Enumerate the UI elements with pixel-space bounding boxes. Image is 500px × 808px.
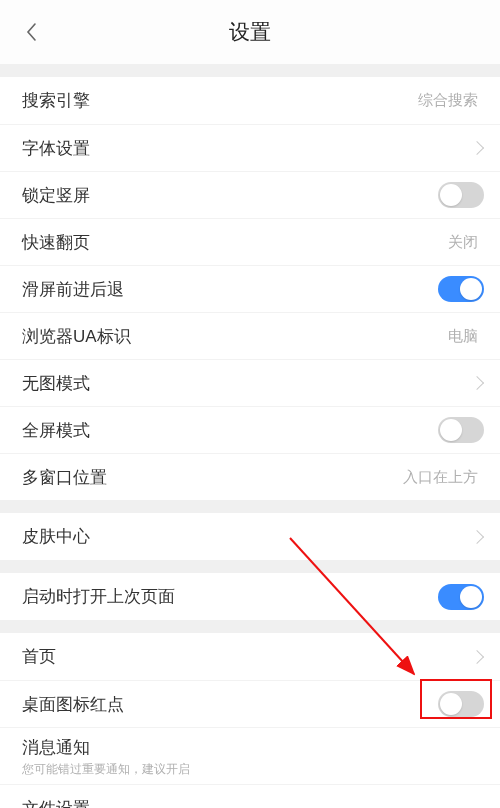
back-button[interactable]	[18, 18, 46, 46]
row-label: 首页	[22, 645, 472, 668]
settings-group-4: 首页 桌面图标红点 消息通知 您可能错过重要通知，建议开启 文件设置	[0, 633, 500, 808]
divider	[0, 64, 500, 77]
row-label: 快速翻页	[22, 231, 448, 254]
row-open-last: 启动时打开上次页面	[0, 573, 500, 620]
toggle-fullscreen[interactable]	[438, 417, 484, 443]
row-label: 多窗口位置	[22, 466, 403, 489]
row-label: 字体设置	[22, 137, 472, 160]
chevron-right-icon	[470, 141, 484, 155]
row-subtitle: 您可能错过重要通知，建议开启	[22, 761, 484, 778]
toggle-lock-portrait[interactable]	[438, 182, 484, 208]
row-label: 消息通知	[22, 736, 484, 759]
row-value: 关闭	[448, 233, 478, 252]
row-label: 搜索引擎	[22, 89, 418, 112]
page-title: 设置	[0, 18, 500, 46]
row-homepage[interactable]: 首页	[0, 633, 500, 680]
settings-group-2: 皮肤中心	[0, 513, 500, 560]
row-label: 启动时打开上次页面	[22, 585, 438, 608]
header: 设置	[0, 0, 500, 64]
chevron-right-icon	[470, 649, 484, 663]
settings-group-3: 启动时打开上次页面	[0, 573, 500, 620]
row-value: 综合搜索	[418, 91, 478, 110]
row-fullscreen: 全屏模式	[0, 406, 500, 453]
chevron-right-icon	[470, 376, 484, 390]
row-label: 滑屏前进后退	[22, 278, 438, 301]
divider	[0, 500, 500, 513]
chevron-right-icon	[470, 529, 484, 543]
row-label: 全屏模式	[22, 419, 438, 442]
divider	[0, 620, 500, 633]
row-notifications[interactable]: 消息通知 您可能错过重要通知，建议开启	[0, 727, 500, 784]
toggle-swipe-nav[interactable]	[438, 276, 484, 302]
row-label: 浏览器UA标识	[22, 325, 448, 348]
divider	[0, 560, 500, 573]
row-label: 桌面图标红点	[22, 693, 438, 716]
row-label: 皮肤中心	[22, 525, 472, 548]
toggle-open-last[interactable]	[438, 584, 484, 610]
row-font[interactable]: 字体设置	[0, 124, 500, 171]
row-multi-window[interactable]: 多窗口位置 入口在上方	[0, 453, 500, 500]
row-swipe-nav: 滑屏前进后退	[0, 265, 500, 312]
row-ua[interactable]: 浏览器UA标识 电脑	[0, 312, 500, 359]
chevron-left-icon	[24, 20, 40, 44]
row-fast-flip[interactable]: 快速翻页 关闭	[0, 218, 500, 265]
row-value: 入口在上方	[403, 468, 478, 487]
settings-group-1: 搜索引擎 综合搜索 字体设置 锁定竖屏 快速翻页 关闭 滑屏前进后退 浏览器UA…	[0, 77, 500, 500]
row-label: 文件设置	[22, 797, 484, 809]
toggle-badge[interactable]	[438, 691, 484, 717]
row-label: 锁定竖屏	[22, 184, 438, 207]
row-search-engine[interactable]: 搜索引擎 综合搜索	[0, 77, 500, 124]
row-lock-portrait: 锁定竖屏	[0, 171, 500, 218]
row-value: 电脑	[448, 327, 478, 346]
row-file[interactable]: 文件设置	[0, 784, 500, 808]
row-label: 无图模式	[22, 372, 472, 395]
row-badge: 桌面图标红点	[0, 680, 500, 727]
row-skin[interactable]: 皮肤中心	[0, 513, 500, 560]
row-no-image[interactable]: 无图模式	[0, 359, 500, 406]
